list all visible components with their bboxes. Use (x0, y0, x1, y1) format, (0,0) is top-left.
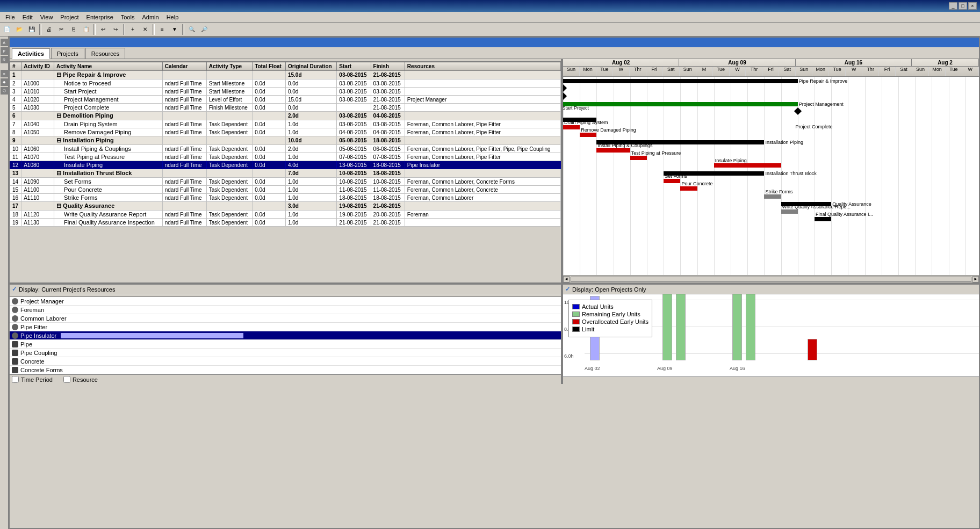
add-btn[interactable]: + (127, 24, 139, 35)
menu-item-view[interactable]: View (37, 13, 56, 21)
menu-item-admin[interactable]: Admin (139, 13, 162, 21)
print-btn[interactable]: 🖨 (43, 24, 55, 35)
cell-0: 19 (10, 219, 21, 227)
activity-table-wrapper[interactable]: #Activity IDActivity NameCalendarActivit… (10, 62, 561, 282)
table-row[interactable]: 16A1110Strike Formsndard Full TimeTask D… (10, 194, 561, 202)
cell-7: 21-08-2015 (337, 219, 371, 227)
gantt-scroll-bar[interactable]: ◄ ► (563, 275, 979, 282)
table-row[interactable]: 12A1080Insulate Pipingndard Full TimeTas… (10, 161, 561, 169)
resource-row[interactable]: Pipe Fitter (10, 323, 561, 331)
table-row[interactable]: 6⊟ Demolition Piping2.0d03-08-201504-08-… (10, 112, 561, 120)
cell-2: Insulate Piping (54, 161, 163, 169)
table-row[interactable]: 9⊟ Installation Piping10.0d05-08-201518-… (10, 136, 561, 145)
table-row[interactable]: 1⊟ Pipe Repair & Improve15.0d03-08-20152… (10, 71, 561, 79)
resource-row[interactable]: Pipe Insulator (10, 331, 561, 340)
gantt-day: W (962, 67, 979, 76)
resource-row[interactable]: Pipe (10, 340, 561, 349)
new-btn[interactable]: 📄 (1, 24, 13, 35)
cell-3: ndard Full Time (162, 161, 206, 169)
table-row[interactable]: 3A1010Start Projectndard Full TimeStart … (10, 88, 561, 96)
sidebar-icon-1[interactable]: A (1, 39, 8, 46)
table-row[interactable]: 18A1120Write Quality Assurance Reportnda… (10, 211, 561, 219)
cell-3: ndard Full Time (162, 145, 206, 153)
tab-activities[interactable]: Activities (12, 48, 50, 59)
save-btn[interactable]: 💾 (26, 24, 38, 35)
resource-row[interactable]: Pipe Coupling (10, 349, 561, 357)
gantt-day: W (846, 67, 862, 76)
cell-4: Task Dependent (206, 211, 252, 219)
table-row[interactable]: 11A1070Test Piping at Pressurendard Full… (10, 153, 561, 161)
layout-btn[interactable]: ≡ (156, 24, 168, 35)
table-row[interactable]: 7A1040Drain Piping Systemndard Full Time… (10, 120, 561, 128)
open-btn[interactable]: 📂 (13, 24, 25, 35)
table-row[interactable]: 13⊟ Installation Thrust Block7.0d10-08-2… (10, 169, 561, 178)
cell-8: 04-08-2015 (371, 112, 405, 120)
time-period-checkbox-label[interactable]: Time Period (12, 376, 53, 383)
cell-1: A1000 (21, 79, 54, 88)
menu-item-tools[interactable]: Tools (118, 13, 138, 21)
legend-item: Actual Units (572, 303, 648, 310)
gantt-day: Tue (596, 67, 613, 76)
time-period-checkbox[interactable] (12, 376, 19, 383)
menu-item-edit[interactable]: Edit (19, 13, 36, 21)
cell-1: A1030 (21, 104, 54, 112)
resource-row[interactable]: Concrete (10, 357, 561, 366)
table-row[interactable]: 8A1050Remove Damaged Pipingndard Full Ti… (10, 128, 561, 136)
menu-item-file[interactable]: File (2, 13, 18, 21)
title-bar: _ □ × (0, 0, 980, 12)
cell-7: 03-08-2015 (337, 96, 371, 104)
table-row[interactable]: 4A1020Project Managementndard Full TimeL… (10, 96, 561, 104)
resource-row[interactable]: Foreman (10, 306, 561, 314)
activities-panel: ActivitiesProjectsResources #Activity ID… (9, 37, 980, 529)
chart-scrollbar[interactable] (563, 376, 979, 384)
legend-label: Overallocated Early Units (582, 318, 648, 325)
resource-checkbox-label[interactable]: Resource (63, 376, 98, 383)
scroll-right-btn[interactable]: ► (972, 276, 979, 282)
table-row[interactable]: 2A1000Notice to Proceedndard Full TimeSt… (10, 79, 561, 88)
close-btn[interactable]: × (968, 2, 977, 10)
resource-checkbox[interactable] (63, 376, 70, 383)
zoom-in-btn[interactable]: 🔍 (186, 24, 198, 35)
sidebar-icon-5[interactable]: ◆ (1, 78, 8, 86)
menu-item-project[interactable]: Project (57, 13, 82, 21)
filter-btn[interactable]: ▼ (169, 24, 181, 35)
table-row[interactable]: 5A1030Project Completendard Full TimeFin… (10, 104, 561, 112)
resource-row[interactable]: Common Laborer (10, 314, 561, 323)
table-row[interactable]: 14A1090Set Formsndard Full TimeTask Depe… (10, 178, 561, 186)
chart-legend: Actual UnitsRemaining Early UnitsOverall… (568, 300, 652, 337)
gantt-week: Aug 09 (679, 59, 795, 66)
table-row[interactable]: 17⊟ Quality Assurance3.0d19-08-201521-08… (10, 202, 561, 211)
tab-projects[interactable]: Projects (51, 48, 84, 59)
cell-4: Finish Milestone (206, 104, 252, 112)
scroll-left-btn[interactable]: ◄ (563, 276, 570, 282)
maximize-btn[interactable]: □ (959, 2, 967, 10)
tab-resources[interactable]: Resources (85, 48, 126, 59)
redo-btn[interactable]: ↪ (110, 24, 121, 35)
resource-row[interactable]: Project Manager (10, 297, 561, 306)
resource-name: Common Laborer (20, 315, 67, 322)
minimize-btn[interactable]: _ (949, 2, 957, 10)
cut-btn[interactable]: ✂ (55, 24, 67, 35)
gantt-week: Aug 16 (796, 59, 912, 66)
sidebar-icon-4[interactable]: ≡ (1, 70, 8, 77)
menu-item-help[interactable]: Help (163, 13, 182, 21)
cell-6: 3.0d (285, 202, 336, 211)
cell-2: Set Forms (54, 178, 163, 186)
cell-6: 1.0d (285, 128, 336, 136)
paste-btn[interactable]: 📋 (80, 24, 92, 35)
resource-row[interactable]: Concrete Forms (10, 366, 561, 374)
cell-6: 1.0d (285, 194, 336, 202)
sidebar-icon-6[interactable]: ⬡ (1, 87, 8, 95)
delete-btn[interactable]: ✕ (139, 24, 151, 35)
copy-btn[interactable]: ⎘ (68, 24, 80, 35)
menu-item-enterprise[interactable]: Enterprise (83, 13, 117, 21)
table-row[interactable]: 10A1060Install Piping & Couplingsndard F… (10, 145, 561, 153)
sidebar-icon-2[interactable]: P (1, 47, 8, 55)
zoom-out-btn[interactable]: 🔎 (198, 24, 210, 35)
legend-item: Overallocated Early Units (572, 318, 648, 325)
table-row[interactable]: 19A1130Final Quality Assurance Inspectio… (10, 219, 561, 227)
undo-btn[interactable]: ↩ (97, 24, 109, 35)
table-row[interactable]: 15A1100Pour Concretendard Full TimeTask … (10, 186, 561, 194)
chart-container: ✓ Display: Open Projects Only Actual Uni… (563, 285, 979, 384)
sidebar-icon-3[interactable]: R (1, 56, 8, 63)
